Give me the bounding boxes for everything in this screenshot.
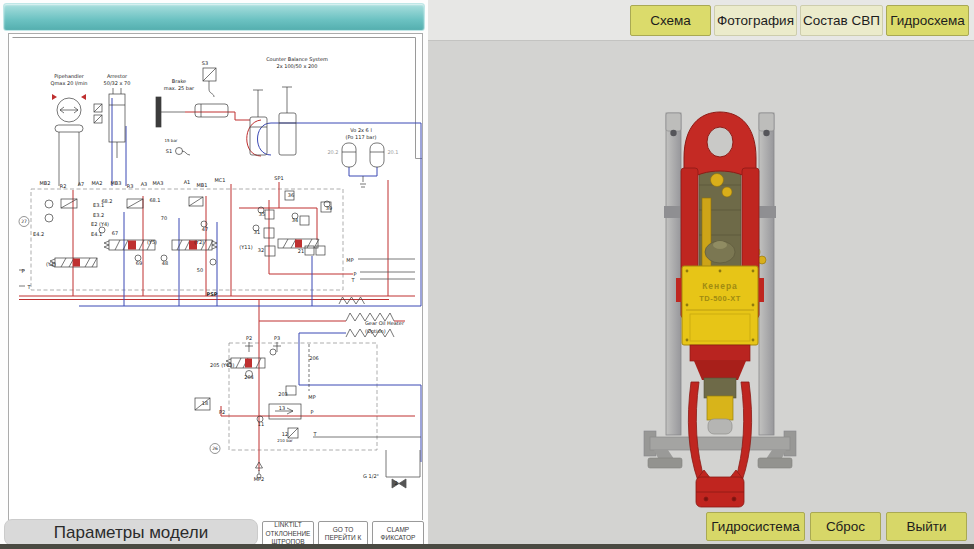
schematic-label: E3.2 — [93, 212, 104, 218]
red-solenoid-fills — [52, 94, 302, 368]
schematic-label: 11 — [258, 421, 264, 427]
lower-assembly — [690, 345, 750, 434]
tab-svp-contents[interactable]: Состав СВП — [800, 5, 883, 36]
schematic-label: 203 — [278, 391, 288, 397]
schematic-label: Qmax 20 l/min — [51, 80, 88, 86]
schematic-label: 32 — [258, 247, 264, 253]
schematic-label: Gear Oil Heater — [365, 320, 405, 326]
schematic-label: 2 — [394, 480, 397, 486]
model-brand-label: Кенера — [702, 281, 738, 291]
schematic-label: 68.2 — [101, 198, 112, 204]
schematic-label: G 1/2" — [363, 473, 379, 479]
view-mode-buttons: Схема Фотография Состав СВП Гидросхема — [630, 5, 969, 36]
schematic-label: S3 — [202, 60, 208, 66]
model-view-panel: Кенера TD-500-XT Схема Фотография Состав… — [428, 0, 974, 549]
schematic-label: 18 — [202, 400, 208, 406]
schematic-label: 204 — [244, 374, 254, 380]
schematic-label: (Option) — [365, 328, 386, 335]
schematic-label: R2 — [60, 183, 67, 189]
clamp-line1: CLAMP — [373, 526, 423, 534]
schematic-label: PSP — [207, 291, 218, 297]
schematic-label: 205 (Y13) — [210, 362, 235, 368]
schematic-label: P — [21, 268, 24, 274]
schematic-label: 67 — [112, 230, 118, 236]
service-lines — [19, 259, 421, 488]
schematic-label: T — [312, 431, 317, 437]
elevator — [696, 470, 744, 507]
schematic-panel: PipehandlerQmax 20 l/minArrestor50/32 x … — [0, 0, 428, 549]
goto-line1: GO TO — [319, 526, 367, 534]
schematic-label: 50/32 x 70 — [104, 80, 131, 86]
schematic-label: 69 — [136, 260, 142, 266]
model-params-button[interactable]: Параметры модели — [4, 519, 258, 546]
schematic-label: 39 — [326, 205, 332, 211]
schematic-label: E4.2 — [33, 231, 44, 237]
schematic-label: 48 — [162, 260, 168, 266]
action-buttons: Гидросистема Сброс Выйти — [706, 512, 967, 541]
schematic-label: E4.1 — [91, 231, 102, 237]
schematic-label: P2 — [219, 409, 225, 415]
schematic-label: MB3 — [111, 180, 122, 186]
schematic-label: MC1 — [215, 177, 226, 183]
schematic-label: (Y2) — [194, 239, 204, 245]
schematic-label: A1 — [184, 179, 191, 185]
schematic-label: 31 — [254, 229, 260, 235]
schematic-label: 34 — [292, 217, 298, 223]
schematic-label: MB2 — [40, 180, 51, 186]
schematic-label: A7 — [78, 181, 85, 187]
schematic-label: 50 — [197, 267, 203, 273]
schematic-label: P2 — [246, 335, 252, 341]
model-code-label: TD-500-XT — [699, 294, 741, 303]
schematic-label: MP — [346, 257, 353, 263]
top-drive-3d-model[interactable]: Кенера TD-500-XT — [428, 0, 974, 549]
bottom-edge-strip — [0, 544, 974, 549]
schematic-labels: PipehandlerQmax 20 l/minArrestor50/32 x … — [21, 56, 405, 486]
title-bar — [3, 3, 425, 31]
goto-line2: ПЕРЕЙТИ К — [319, 534, 367, 542]
schematic-label: P — [310, 409, 313, 415]
schematic-label: max. 25 bar — [164, 85, 195, 91]
schematic-label: SP1 — [274, 175, 283, 181]
schematic-label: 70 — [161, 215, 167, 221]
tab-photo[interactable]: Фотография — [714, 5, 797, 36]
schematic-label: 35 — [259, 211, 265, 217]
linktilt-line2: ОТКЛОНЕНИЕ — [263, 530, 313, 538]
schematic-label: Pipehandler — [54, 73, 85, 80]
schematic-label: 20.1 — [387, 149, 398, 155]
schematic-label: 206 — [309, 355, 319, 361]
schematic-label: MA3 — [153, 180, 164, 186]
linktilt-line1: LINKTILT — [263, 521, 313, 529]
schematic-label: MB1 — [197, 182, 208, 188]
reset-button[interactable]: Сброс — [810, 512, 881, 541]
schematic-label: E2 (Y4) — [91, 221, 109, 227]
schematic-label: 21 — [298, 248, 304, 254]
hydraulic-schematic: PipehandlerQmax 20 l/minArrestor50/32 x … — [8, 33, 423, 520]
hydrosystem-button[interactable]: Гидросистема — [706, 512, 805, 541]
schematic-label: 13 — [279, 405, 285, 411]
schematic-label: 2x 100/50 x 200 — [276, 63, 317, 69]
schematic-label: 20.2 — [327, 149, 338, 155]
schematic-label: Arrestor — [107, 73, 128, 79]
schematic-label: 12 — [282, 431, 288, 437]
schematic-label: P3 — [274, 335, 280, 341]
schematic-label: Counter Balance System — [266, 56, 328, 63]
clamp-line2: ФИКСАТОР — [373, 534, 423, 542]
schematic-label: MP — [308, 394, 315, 400]
schematic-label: Vo 2x 6 l — [350, 127, 372, 133]
schematic-label: A3 — [141, 181, 148, 187]
schematic-label: Brake — [172, 78, 186, 84]
base-frame — [644, 431, 796, 468]
exit-button[interactable]: Выйти — [886, 512, 967, 541]
hydraulic-schematic-drawing: PipehandlerQmax 20 l/minArrestor50/32 x … — [9, 34, 422, 520]
tab-hydroschema[interactable]: Гидросхема — [886, 5, 969, 36]
schematic-label: MP2 — [254, 476, 265, 482]
tab-schema[interactable]: Схема — [630, 5, 711, 36]
drawing-frame — [13, 38, 423, 159]
schematic-label: 210 bar — [277, 438, 293, 443]
schematic-label: MA2 — [92, 180, 103, 186]
schematic-label: (Po 117 bar) — [346, 134, 377, 140]
schematic-label: 68.1 — [149, 197, 160, 203]
schematic-label: 47 — [202, 226, 208, 232]
schematic-label: (Y1) — [46, 261, 56, 267]
schematic-label: 27 — [21, 219, 27, 224]
